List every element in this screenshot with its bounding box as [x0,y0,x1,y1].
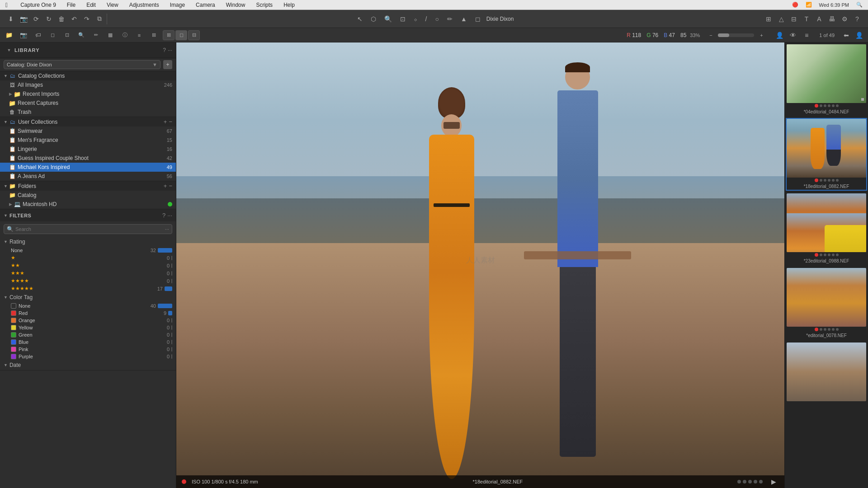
menu-search[interactable]: 🔍 [854,1,864,9]
grid-icon[interactable]: ⊞ [148,30,159,41]
rating-1star-row[interactable]: ★ 0 [0,254,176,262]
date-header[interactable]: ▼ Date [0,360,176,370]
data-icon[interactable]: ▦ [105,30,116,41]
settings-button[interactable]: ⚙ [839,14,850,24]
sync-button[interactable]: ↻ [43,14,54,24]
rotate-tool[interactable]: / [423,14,429,23]
keystone-icon[interactable]: ◻ [47,30,58,41]
export-button[interactable]: ⧉ [94,14,105,24]
filmstrip-item-2[interactable]: *18editorial_0882.NEF [787,119,866,190]
crop2-icon[interactable]: ⊡ [61,30,72,41]
redo-button[interactable]: ↷ [81,14,92,24]
menu-adjustments[interactable]: Adjustments [127,1,161,9]
color-tag-header[interactable]: ▼ Color Tag [0,292,176,302]
rating-dot-3[interactable] [748,480,752,483]
rating-2star-row[interactable]: ★★ 0 [0,262,176,269]
recent-imports-item[interactable]: ▶ 📁 Recent Imports [0,89,176,99]
next-page-button[interactable]: 👤 [854,30,864,41]
print-button[interactable]: 🖶 [826,14,837,24]
rating-dot-5[interactable] [759,480,763,483]
recent-imports-expand[interactable]: ▶ [9,92,12,96]
delete-button[interactable]: 🗑 [56,14,67,24]
jeans-ad-item[interactable]: 📋 A Jeans Ad 56 [0,172,176,181]
annotation-button[interactable]: A [814,14,825,24]
import-button[interactable]: ⬇ [5,14,16,24]
straighten-tool[interactable]: ⬦ [411,14,420,23]
swimwear-item[interactable]: 📋 Swimwear 67 [0,127,176,136]
filmstrip-item-4[interactable]: *editorial_0078.NEF [787,268,866,339]
user-collections-add-icon[interactable]: + [164,118,167,125]
help-button[interactable]: ? [852,14,863,24]
color-purple-row[interactable]: Purple 0 [0,353,176,360]
pen-icon[interactable]: ✏ [90,30,101,41]
dual-view-button[interactable]: ⊟ [188,30,200,40]
circle-tool[interactable]: ○ [433,14,441,23]
apple-menu[interactable]:  [4,0,9,9]
select-tool[interactable]: ⬡ [368,14,378,23]
library-panel-icon[interactable]: 📁 [4,30,14,41]
photo-canvas[interactable]: 人人素材 [176,42,784,488]
catalog-collections-header[interactable]: ▼ 🗂 Catalog Collections [0,71,176,80]
filmstrip-item-1[interactable]: *04editorial_0484.NEF [787,44,866,115]
filters-menu-icon[interactable]: ··· [167,212,172,219]
capture-icon[interactable]: 📷 [18,30,29,41]
color-green-row[interactable]: Green 0 [0,331,176,338]
undo-button[interactable]: ↶ [69,14,80,24]
trash-item[interactable]: 🗑 Trash [0,108,176,117]
search-menu-icon[interactable]: ··· [165,226,169,232]
menu-edit[interactable]: Edit [85,1,98,9]
all-images-item[interactable]: 🖼 All Images 246 [0,80,176,89]
folders-header[interactable]: ▼ 📁 Folders + − [0,181,176,191]
folders-remove-icon[interactable]: − [169,183,172,189]
folders-add-icon[interactable]: + [164,183,167,189]
recent-captures-item[interactable]: 📁 Recent Captures [0,99,176,108]
search-input[interactable] [15,226,165,232]
single-view-button[interactable]: ◻ [175,30,187,40]
rating-none-row[interactable]: None 32 [0,247,176,254]
library-collapse-icon[interactable]: ▼ [4,45,14,56]
crop-tool[interactable]: ⊡ [398,14,408,23]
catalog-dropdown[interactable]: Catalog: Dixie Dixon ▼ [4,60,160,69]
color-orange-row[interactable]: Orange 0 [0,317,176,324]
info-icon[interactable]: ⓘ [119,30,130,41]
capture-button[interactable]: 📷 [18,14,29,24]
guess-inspired-item[interactable]: 📋 Guess Inspired Couple Shoot 42 [0,154,176,163]
menu-camera[interactable]: Camera [194,1,217,9]
menu-help[interactable]: Help [282,1,297,9]
filmstrip-item-3[interactable]: *23editorial_0988.NEF [787,193,866,264]
michael-kors-item[interactable]: 📋 Michael Kors Inspired 49 [0,163,176,172]
search-bar[interactable]: 🔍 ··· [4,224,172,234]
compare-button[interactable]: ⊟ [788,14,799,24]
zoom-slider[interactable] [718,33,754,37]
sliders-icon[interactable]: ≡ [134,30,145,41]
rating-dot-2[interactable] [743,480,746,483]
macintosh-hd-item[interactable]: ▶ 💻 Macintosh HD [0,200,176,209]
next-photo-button[interactable]: ▶ [768,476,779,487]
color-pink-row[interactable]: Pink 0 [0,346,176,353]
menu-app[interactable]: Capture One 9 [19,1,58,9]
library-menu-icon[interactable]: ··· [168,47,172,53]
library-help-icon[interactable]: ? [163,47,166,53]
color-none-row[interactable]: None 40 [0,302,176,310]
rating-4star-row[interactable]: ★★★★ 0 [0,277,176,285]
rating-5star-row[interactable]: ★★★★★ 17 [0,285,176,292]
menu-file[interactable]: File [65,1,77,9]
menu-window[interactable]: Window [224,1,247,9]
color-yellow-row[interactable]: Yellow 0 [0,324,176,331]
user-collections-header[interactable]: ▼ 🗂 User Collections + − [0,117,176,127]
grid-view-button[interactable]: ⊞ [163,30,175,40]
menu-scripts[interactable]: Scripts [254,1,274,9]
rating-header[interactable]: ▼ Rating [0,237,176,247]
process-button[interactable]: ⟳ [31,14,42,24]
zoom-in-button[interactable]: + [756,30,767,41]
macintosh-expand-icon[interactable]: ▶ [9,202,12,206]
lingerie-item[interactable]: 📋 Lingerie 16 [0,145,176,154]
alert-button[interactable]: △ [776,14,787,24]
zoom-out-button[interactable]: − [705,30,716,41]
prev-page-button[interactable]: ⬅ [841,30,852,41]
brush-tool[interactable]: ✏ [445,14,455,23]
menu-view[interactable]: View [105,1,120,9]
menu-image[interactable]: Image [168,1,187,9]
text-overlay-button[interactable]: T [801,14,812,24]
eraser-tool[interactable]: ◻ [473,14,483,23]
